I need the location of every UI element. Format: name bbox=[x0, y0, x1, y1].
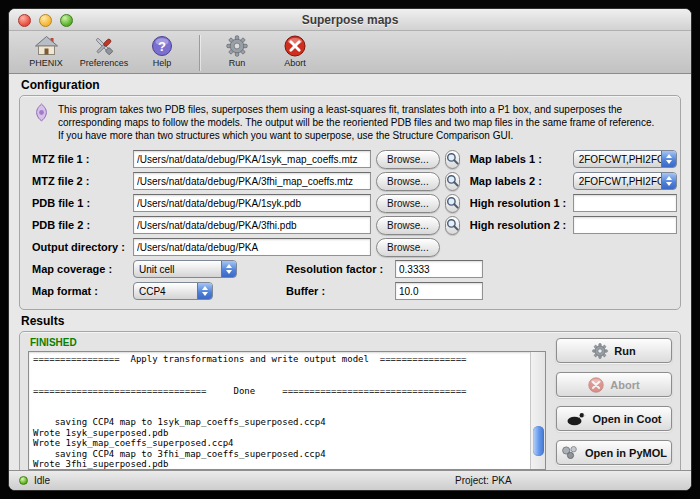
tools-icon bbox=[92, 34, 116, 58]
pdb-file-1-label: PDB file 1 : bbox=[32, 197, 128, 209]
abort-icon bbox=[284, 34, 306, 58]
mtz-file-2-row: MTZ file 2 : Browse... Map labels 2 : 2F… bbox=[32, 171, 668, 191]
pdb-file-1-browse-button[interactable]: Browse... bbox=[376, 194, 440, 213]
status-text: Idle bbox=[34, 475, 50, 486]
map-format-value: CCP4 bbox=[134, 286, 197, 297]
run-button[interactable]: Run bbox=[556, 338, 672, 363]
high-resolution-2-input[interactable] bbox=[573, 216, 677, 234]
map-format-select[interactable]: CCP4 bbox=[133, 282, 213, 300]
open-in-pymol-label: Open in PyMOL bbox=[585, 447, 667, 459]
coot-bird-icon bbox=[566, 411, 586, 426]
high-resolution-1-input[interactable] bbox=[573, 194, 677, 212]
run-button-label: Run bbox=[614, 345, 635, 357]
gear-icon bbox=[592, 343, 608, 359]
resolution-factor-input[interactable] bbox=[395, 260, 483, 278]
buffer-label: Buffer : bbox=[286, 285, 390, 297]
status-finished: FINISHED bbox=[30, 337, 546, 348]
magnifier-icon bbox=[446, 196, 459, 211]
status-idle-icon bbox=[19, 476, 28, 485]
map-coverage-select[interactable]: Unit cell bbox=[133, 260, 237, 278]
app-window: Superpose maps PHENIX bbox=[8, 8, 692, 491]
toolbar-run-label: Run bbox=[229, 58, 246, 68]
mtz-file-2-input[interactable] bbox=[133, 172, 371, 190]
map-format-label: Map format : bbox=[32, 285, 128, 297]
pymol-molecule-icon bbox=[561, 445, 579, 460]
results-section-title: Results bbox=[21, 314, 691, 328]
toolbar-item-run[interactable]: Run bbox=[208, 33, 266, 68]
toolbar-item-preferences[interactable]: Preferences bbox=[75, 33, 133, 68]
configuration-panel: This program takes two PDB files, superp… bbox=[19, 95, 681, 310]
pdb-file-2-browse-button[interactable]: Browse... bbox=[376, 216, 440, 235]
project-label: Project: PKA bbox=[455, 475, 512, 486]
map-labels-2-select[interactable]: 2FOFCWT,PHI2FOF... bbox=[573, 172, 677, 190]
map-labels-1-value: 2FOFCWT,PHI2FOF... bbox=[574, 154, 661, 165]
buffer-input[interactable] bbox=[395, 282, 483, 300]
high-resolution-1-label: High resolution 1 : bbox=[470, 197, 568, 209]
content: Configuration This program takes two PDB… bbox=[9, 74, 691, 470]
open-in-coot-button[interactable]: Open in Coot bbox=[556, 406, 672, 431]
map-coverage-label: Map coverage : bbox=[32, 263, 128, 275]
traffic-lights bbox=[18, 14, 73, 27]
mtz-file-2-browse-button[interactable]: Browse... bbox=[376, 172, 440, 191]
output-directory-browse-button[interactable]: Browse... bbox=[376, 238, 440, 257]
map-labels-1-label: Map labels 1 : bbox=[470, 153, 568, 165]
magnifier-icon bbox=[446, 152, 459, 167]
open-in-coot-label: Open in Coot bbox=[592, 413, 661, 425]
output-directory-row: Output directory : Browse... bbox=[32, 237, 668, 257]
home-icon bbox=[34, 34, 59, 58]
map-labels-1-select[interactable]: 2FOFCWT,PHI2FOF... bbox=[573, 150, 677, 168]
map-coverage-row: Map coverage : Unit cell Resolution fact… bbox=[32, 259, 668, 279]
map-labels-2-label: Map labels 2 : bbox=[470, 175, 568, 187]
program-icon bbox=[34, 103, 49, 126]
abort-button[interactable]: Abort bbox=[556, 372, 672, 397]
toolbar-help-label: Help bbox=[153, 58, 172, 68]
help-icon: ? bbox=[151, 34, 173, 58]
titlebar[interactable]: Superpose maps bbox=[9, 9, 691, 31]
mtz-file-2-label: MTZ file 2 : bbox=[32, 175, 128, 187]
output-directory-label: Output directory : bbox=[32, 241, 128, 253]
pdb-file-1-input[interactable] bbox=[133, 194, 371, 212]
abort-button-label: Abort bbox=[610, 379, 639, 391]
zoom-button[interactable] bbox=[60, 14, 73, 27]
results-buttons: Run Abort bbox=[556, 337, 672, 470]
pdb-file-2-label: PDB file 2 : bbox=[32, 219, 128, 231]
mtz-file-2-search-button[interactable] bbox=[445, 172, 460, 191]
popup-arrows-icon bbox=[197, 283, 212, 299]
toolbar-item-phenix[interactable]: PHENIX bbox=[17, 33, 75, 68]
mtz-file-1-browse-button[interactable]: Browse... bbox=[376, 150, 440, 169]
pdb-file-1-search-button[interactable] bbox=[445, 194, 460, 213]
magnifier-icon bbox=[446, 174, 459, 189]
resolution-factor-label: Resolution factor : bbox=[286, 263, 390, 275]
minimize-button[interactable] bbox=[39, 14, 52, 27]
map-labels-2-value: 2FOFCWT,PHI2FOF... bbox=[574, 176, 661, 187]
output-directory-input[interactable] bbox=[133, 238, 371, 256]
map-format-row: Map format : CCP4 Buffer : bbox=[32, 281, 668, 301]
mtz-file-1-label: MTZ file 1 : bbox=[32, 153, 128, 165]
program-description-row: This program takes two PDB files, superp… bbox=[28, 100, 672, 147]
program-description: This program takes two PDB files, superp… bbox=[58, 103, 658, 142]
mtz-file-1-search-button[interactable] bbox=[445, 150, 460, 169]
statusbar: Idle Project: PKA bbox=[9, 470, 691, 490]
mtz-file-1-input[interactable] bbox=[133, 150, 371, 168]
close-button[interactable] bbox=[18, 14, 31, 27]
toolbar-item-help[interactable]: ? Help bbox=[133, 33, 191, 68]
mtz-file-1-row: MTZ file 1 : Browse... Map labels 1 : 2F… bbox=[32, 149, 668, 169]
toolbar-phenix-label: PHENIX bbox=[29, 58, 63, 68]
svg-text:?: ? bbox=[158, 39, 166, 54]
map-coverage-value: Unit cell bbox=[134, 264, 221, 275]
console-scrollbar[interactable] bbox=[530, 352, 545, 469]
magnifier-icon bbox=[446, 218, 459, 233]
open-in-pymol-button[interactable]: Open in PyMOL bbox=[556, 440, 672, 465]
pdb-file-2-input[interactable] bbox=[133, 216, 371, 234]
configuration-section-title: Configuration bbox=[21, 78, 691, 92]
console-output[interactable]: ================ Apply transformations a… bbox=[29, 352, 530, 469]
popup-arrows-icon bbox=[661, 151, 676, 167]
abort-icon bbox=[588, 377, 604, 393]
toolbar-abort-label: Abort bbox=[284, 58, 306, 68]
console-scroll-thumb[interactable] bbox=[533, 426, 544, 456]
console-box: ================ Apply transformations a… bbox=[28, 351, 546, 470]
window-title: Superpose maps bbox=[9, 13, 691, 27]
toolbar-item-abort[interactable]: Abort bbox=[266, 33, 324, 68]
pdb-file-2-search-button[interactable] bbox=[445, 216, 460, 235]
gear-icon bbox=[226, 34, 248, 58]
